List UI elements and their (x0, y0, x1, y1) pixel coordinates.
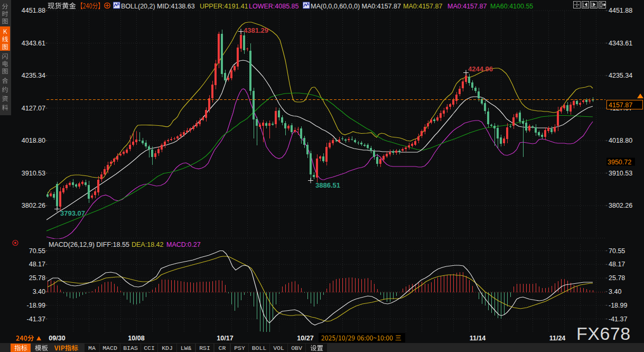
svg-text:09/30: 09/30 (49, 335, 65, 342)
svg-text:3802.26: 3802.26 (609, 202, 632, 209)
svg-text:VOL: VOL (273, 345, 284, 351)
svg-text:11/24: 11/24 (549, 335, 566, 342)
svg-text:-18.99: -18.99 (27, 302, 45, 309)
svg-text:3910.53: 3910.53 (609, 170, 632, 177)
svg-text:4343.61: 4343.61 (22, 40, 45, 47)
svg-text:CCI: CCI (144, 345, 155, 351)
svg-text:4451.88: 4451.88 (609, 7, 632, 14)
svg-text:4451.88: 4451.88 (22, 7, 45, 14)
svg-text:-41.37: -41.37 (609, 316, 627, 323)
svg-text:3.40: 3.40 (33, 288, 45, 295)
svg-text:3802.26: 3802.26 (22, 202, 45, 209)
svg-text:4235.34: 4235.34 (22, 72, 45, 79)
svg-text:LW&: LW& (181, 345, 192, 351)
svg-text:10/27: 10/27 (297, 335, 313, 342)
svg-text:3793.07: 3793.07 (60, 209, 85, 217)
svg-text:KDJ: KDJ (162, 345, 173, 351)
svg-text:48.17: 48.17 (609, 261, 625, 268)
svg-text:11/14: 11/14 (470, 335, 486, 342)
svg-text:3910.53: 3910.53 (22, 170, 45, 177)
svg-text:10/17: 10/17 (217, 335, 233, 342)
svg-text:MA0:4157.87: MA0:4157.87 (403, 3, 442, 10)
svg-text:UPPER:4191.41: UPPER:4191.41 (200, 3, 248, 10)
svg-text:FX678: FX678 (576, 323, 631, 344)
svg-text:3950.72: 3950.72 (608, 159, 631, 166)
svg-text:RSI: RSI (199, 345, 210, 351)
svg-text:MACD:0.27: MACD:0.27 (166, 241, 201, 248)
svg-text:DEA:18.42: DEA:18.42 (132, 241, 164, 248)
svg-text:70.55: 70.55 (609, 247, 625, 255)
svg-text:PSY: PSY (234, 345, 245, 351)
svg-text:25.78: 25.78 (29, 274, 45, 282)
svg-text:CR: CR (219, 345, 226, 351)
svg-text:4127.07: 4127.07 (22, 105, 45, 112)
svg-text:48.17: 48.17 (29, 261, 45, 268)
svg-text:4244.96: 4244.96 (468, 65, 493, 73)
svg-text:70.55: 70.55 (29, 247, 45, 255)
svg-text:25.78: 25.78 (609, 274, 625, 282)
svg-text:3886.51: 3886.51 (315, 181, 340, 189)
svg-text:MACD(26,12,9) DIFF:18.55: MACD(26,12,9) DIFF:18.55 (49, 241, 129, 248)
svg-text:3.40: 3.40 (609, 288, 621, 295)
svg-text:OBV: OBV (291, 345, 302, 351)
svg-text:MA0:4157.87: MA0:4157.87 (447, 3, 487, 10)
svg-text:4157.87: 4157.87 (609, 101, 632, 109)
svg-text:MACD: MACD (102, 345, 117, 351)
svg-text:-18.99: -18.99 (609, 302, 627, 309)
svg-text:4018.80: 4018.80 (22, 137, 45, 144)
svg-text:MA: MA (88, 345, 96, 351)
svg-text:BOLL(20,2) MID:4138.63: BOLL(20,2) MID:4138.63 (121, 3, 195, 10)
svg-text:10/08: 10/08 (128, 335, 144, 342)
svg-text:4235.34: 4235.34 (609, 72, 632, 79)
svg-text:LOWER:4085.85: LOWER:4085.85 (249, 3, 299, 10)
svg-text:BOLL: BOLL (252, 345, 267, 351)
svg-text:-41.37: -41.37 (27, 316, 45, 323)
svg-text:4381.29: 4381.29 (244, 26, 268, 34)
svg-text:MA(0,0,0,60,0,0) MA0:4157.87: MA(0,0,0,60,0,0) MA0:4157.87 (311, 3, 401, 10)
svg-text:BIAS: BIAS (123, 345, 138, 351)
svg-text:MA60:4100.55: MA60:4100.55 (490, 3, 533, 10)
svg-text:4343.61: 4343.61 (609, 40, 632, 47)
svg-text:4018.80: 4018.80 (609, 137, 632, 144)
